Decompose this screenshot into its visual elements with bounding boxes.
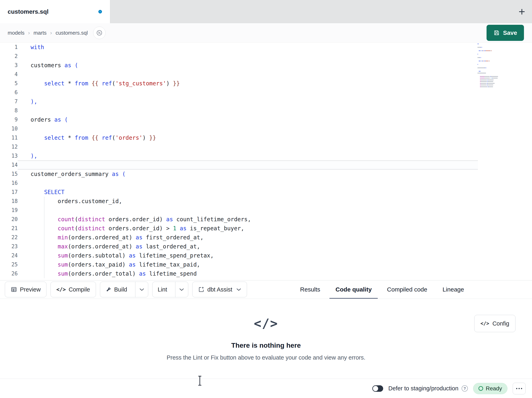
code-line: 22 min(orders.ordered_at) as first_order… xyxy=(0,233,532,242)
code-line: 11 select * from {{ ref('orders') }} xyxy=(0,133,532,142)
code-icon: </> xyxy=(56,287,66,293)
build-button-group: Build xyxy=(100,282,148,297)
code-line: 10 xyxy=(0,124,532,133)
code-line: 21 count(distinct orders.order_id) > 1 a… xyxy=(0,224,532,233)
lint-dropdown-caret[interactable] xyxy=(175,282,188,297)
code-line: 26 sum(orders.order_total) as lifetime_s… xyxy=(0,269,532,278)
code-line: 16 xyxy=(0,179,532,188)
more-options-button[interactable] xyxy=(513,383,526,394)
build-hammer-icon xyxy=(105,287,111,293)
editor-toolbar: Preview </> Compile Build Lint xyxy=(0,280,532,299)
defer-toggle[interactable] xyxy=(372,385,383,392)
chevron-down-icon xyxy=(139,288,144,291)
tab-code-quality[interactable]: Code quality xyxy=(328,281,379,299)
code-line: 2 xyxy=(0,52,532,61)
code-line: 18 orders.customer_id, xyxy=(0,197,532,206)
breadcrumb-models[interactable]: models xyxy=(8,30,25,36)
breadcrumb-separator: › xyxy=(50,30,52,36)
unsaved-changes-dot-icon xyxy=(98,10,102,13)
save-label: Save xyxy=(503,29,517,36)
code-line: 13), xyxy=(0,151,532,160)
tab-results[interactable]: Results xyxy=(292,281,328,299)
lint-button-group: Lint xyxy=(152,282,188,297)
tab-title: customers.sql xyxy=(8,8,49,15)
build-button[interactable]: Build xyxy=(100,282,133,297)
chevron-down-icon xyxy=(179,288,184,291)
tab-lineage[interactable]: Lineage xyxy=(435,281,472,299)
code-line: 19 xyxy=(0,206,532,215)
defer-label: Defer to staging/production xyxy=(388,385,458,392)
model-type-icon[interactable] xyxy=(93,26,106,39)
tab-bar: customers.sql + xyxy=(0,0,532,23)
code-icon: </> xyxy=(481,321,489,326)
code-line: 6 xyxy=(0,88,532,97)
breadcrumb-separator: › xyxy=(28,30,30,36)
empty-state-subtitle: Press the Lint or Fix button above to ev… xyxy=(0,354,532,361)
preview-label: Preview xyxy=(20,286,41,293)
code-line: 23 max(orders.ordered_at) as last_ordere… xyxy=(0,242,532,251)
code-line: 15customer_orders_summary as ( xyxy=(0,170,532,179)
code-line: 17 SELECT xyxy=(0,188,532,197)
code-line: 4 xyxy=(0,70,532,79)
code-line: 24 sum(orders.subtotal) as lifetime_spen… xyxy=(0,251,532,260)
lint-label: Lint xyxy=(158,286,167,293)
ready-circle-icon xyxy=(479,386,483,391)
dbt-assist-label: dbt Assist xyxy=(207,286,232,293)
empty-state-title: There is nothing here xyxy=(0,341,532,349)
minimap[interactable] xyxy=(477,44,507,88)
code-line: 9orders as ( xyxy=(0,115,532,124)
ready-label: Ready xyxy=(486,385,502,392)
defer-group: Defer to staging/production ? xyxy=(388,385,468,392)
empty-state-code-icon: </> xyxy=(0,316,532,331)
build-label: Build xyxy=(114,286,127,293)
preview-button[interactable]: Preview xyxy=(5,282,46,297)
config-button[interactable]: </> Config xyxy=(474,315,515,332)
code-line: 5 select * from {{ ref('stg_customers') … xyxy=(0,79,532,88)
code-line: 8 xyxy=(0,106,532,115)
compile-label: Compile xyxy=(69,286,90,293)
tab-compiled-code[interactable]: Compiled code xyxy=(379,281,435,299)
save-icon xyxy=(493,30,500,36)
compile-button[interactable]: </> Compile xyxy=(51,282,96,297)
code-line: 12 xyxy=(0,142,532,151)
save-button[interactable]: Save xyxy=(487,25,524,41)
tab-customers-sql[interactable]: customers.sql xyxy=(0,0,110,23)
chevron-down-icon xyxy=(236,288,241,291)
config-label: Config xyxy=(492,320,509,327)
code-editor[interactable]: 1with23customers as (45 select * from {{… xyxy=(0,43,532,280)
code-line: 14 xyxy=(0,160,532,170)
code-line: 7), xyxy=(0,97,532,106)
build-dropdown-caret[interactable] xyxy=(135,282,148,297)
table-icon xyxy=(11,286,17,293)
breadcrumb-bar: models › marts › customers.sql Save xyxy=(0,23,532,43)
code-line: 25 sum(orders.tax_paid) as lifetime_tax_… xyxy=(0,260,532,269)
breadcrumb-customers-sql[interactable]: customers.sql xyxy=(56,30,88,36)
lint-button[interactable]: Lint xyxy=(152,282,172,297)
ibeam-mouse-cursor xyxy=(198,376,202,386)
dbt-assist-button[interactable]: dbt Assist xyxy=(192,282,247,297)
code-quality-panel: </> There is nothing here Press the Lint… xyxy=(0,299,532,379)
panel-tabs: Results Code quality Compiled code Linea… xyxy=(292,281,472,299)
new-tab-button[interactable]: + xyxy=(519,0,525,23)
code-line: 1with xyxy=(0,43,532,52)
toggle-knob xyxy=(373,386,378,391)
magic-edit-icon xyxy=(198,286,205,293)
help-icon[interactable]: ? xyxy=(462,385,468,391)
breadcrumb-marts[interactable]: marts xyxy=(34,30,47,36)
code-line: 3customers as ( xyxy=(0,61,532,70)
status-badge[interactable]: Ready xyxy=(473,383,507,394)
code-line: 20 count(distinct orders.order_id) as co… xyxy=(0,215,532,224)
code-lines: 1with23customers as (45 select * from {{… xyxy=(0,43,532,278)
status-bar: Defer to staging/production ? Ready xyxy=(0,379,532,398)
